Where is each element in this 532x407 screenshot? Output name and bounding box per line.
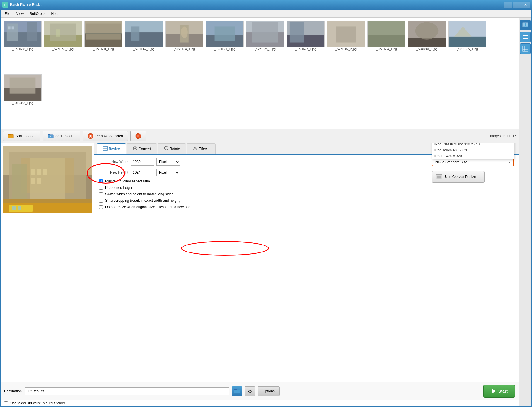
- new-height-row: New Height Pixel Percent: [99, 169, 426, 176]
- menu-softorbits[interactable]: SoftOrbits: [27, 11, 48, 16]
- svg-rect-44: [8, 134, 13, 138]
- remove-selected-button[interactable]: Remove Selected: [83, 131, 128, 141]
- use-folder-structure-label[interactable]: Use folder structure in output folder: [10, 401, 65, 405]
- svg-rect-79: [234, 389, 237, 390]
- menu-file[interactable]: File: [2, 11, 13, 16]
- standard-size-selected[interactable]: Pick a Standard Size ▼: [432, 158, 514, 166]
- gear-icon: ⚙: [248, 389, 252, 394]
- list-item[interactable]: _5271675_1.jpg: [245, 20, 285, 73]
- new-height-input[interactable]: [131, 169, 154, 176]
- dropdown-list-scroll[interactable]: [Screen Size] - 1920x1080 Keep original …: [432, 143, 514, 159]
- tab-panel: Resize Convert Rotate: [94, 143, 519, 382]
- switch-wh-checkbox[interactable]: [99, 192, 103, 196]
- svg-rect-12: [86, 24, 121, 40]
- list-item[interactable]: _5271664_1.jpg: [165, 20, 204, 73]
- smart-crop-checkbox[interactable]: [99, 199, 103, 203]
- tab-resize[interactable]: Resize: [97, 143, 126, 154]
- thumbnail-label: _5271660_1.jpg: [93, 48, 114, 51]
- destination-input[interactable]: [25, 387, 229, 395]
- svg-rect-64: [37, 178, 41, 184]
- list-item[interactable]: _5271660_1.jpg: [84, 20, 123, 73]
- thumbnail-label: _5271662_1.jpg: [133, 48, 154, 51]
- folder-icon: [234, 389, 240, 394]
- predefined-height-checkbox[interactable]: [99, 186, 103, 190]
- add-files-label: Add File(s)...: [16, 134, 35, 138]
- canvas-resize-section: Use Canvas Resize: [432, 171, 514, 183]
- sidebar-gallery-button[interactable]: [520, 20, 531, 30]
- thumbnail-image: [165, 21, 203, 47]
- dropdown-item-12[interactable]: iPod Classic/Nano 320 x 240: [432, 143, 514, 147]
- thumbnail-image: [44, 21, 82, 47]
- svg-rect-43: [10, 77, 36, 93]
- sidebar-detail-button[interactable]: [520, 43, 531, 54]
- use-folder-structure-checkbox[interactable]: [4, 401, 8, 405]
- menu-help[interactable]: Help: [48, 11, 62, 16]
- browse-button[interactable]: [232, 386, 242, 396]
- switch-wh-row: Switch width and height to match long si…: [99, 192, 426, 196]
- gallery-icon: [522, 22, 528, 28]
- detail-icon: [522, 46, 528, 52]
- list-item[interactable]: _5302383_1.jpg: [3, 74, 42, 127]
- height-unit-select[interactable]: Pixel Percent: [156, 169, 180, 176]
- rotate-icon: [164, 146, 168, 152]
- list-item[interactable]: _5271662_1.jpg: [124, 20, 163, 73]
- smart-crop-label[interactable]: Smart cropping (result in exact width an…: [105, 199, 180, 203]
- dropdown-item-14[interactable]: iPhone 480 x 320: [432, 153, 514, 159]
- resize-left-panel: New Width Pixel Percent New Height: [99, 158, 426, 211]
- list-item[interactable]: _5271684_1.jpg: [367, 20, 406, 73]
- svg-rect-16: [131, 26, 140, 41]
- list-item[interactable]: _5271658_1.jpg: [3, 20, 42, 73]
- thumbnail-label: _5281885_1.jpg: [457, 48, 478, 51]
- destination-bar: Destination ⚙ Options Start: [1, 382, 519, 400]
- add-files-button[interactable]: Add File(s)...: [3, 131, 40, 141]
- bottom-panel: Resize Convert Rotate: [1, 143, 519, 382]
- list-item[interactable]: _5271671_1.jpg: [205, 20, 244, 73]
- tab-rotate[interactable]: Rotate: [158, 143, 186, 154]
- predefined-height-label[interactable]: Predefined height: [105, 186, 133, 190]
- add-folder-label: Add Folder...: [55, 134, 75, 138]
- maintain-aspect-checkbox[interactable]: [99, 179, 103, 183]
- canvas-resize-button[interactable]: Use Canvas Resize: [432, 171, 485, 183]
- minimize-button[interactable]: ─: [504, 2, 512, 8]
- no-resize-checkbox[interactable]: [99, 205, 103, 209]
- options-button[interactable]: Options: [258, 386, 279, 396]
- thumbnail-image: [448, 21, 486, 47]
- list-item[interactable]: _5271659_1.jpg: [43, 20, 83, 73]
- list-item[interactable]: _5271682_2.jpg: [326, 20, 366, 73]
- switch-wh-label[interactable]: Switch width and height to match long si…: [105, 192, 173, 196]
- list-item[interactable]: _5281881_1.jpg: [407, 20, 446, 73]
- maximize-button[interactable]: □: [513, 2, 521, 8]
- svg-rect-31: [336, 26, 356, 42]
- new-height-label: New Height: [99, 170, 128, 174]
- close-button[interactable]: ✕: [521, 2, 530, 8]
- add-folder-button[interactable]: + Add Folder...: [43, 131, 80, 141]
- svg-rect-78: [234, 390, 240, 393]
- sidebar-list-button[interactable]: [520, 32, 531, 42]
- folder-structure-row: Use folder structure in output folder: [1, 400, 519, 406]
- predefined-height-row: Predefined height: [99, 186, 426, 190]
- gallery-area: _5271658_1.jpg _5271659_1.jpg _5271660_1…: [1, 18, 519, 406]
- maintain-aspect-label[interactable]: Maintain original aspect ratio: [105, 179, 150, 183]
- list-item[interactable]: _5281885_1.jpg: [448, 20, 487, 73]
- list-item[interactable]: _5271677_1.jpg: [286, 20, 325, 73]
- new-width-input[interactable]: [131, 158, 154, 166]
- svg-rect-26: [252, 22, 278, 43]
- svg-rect-8: [50, 24, 76, 41]
- menu-view[interactable]: View: [13, 11, 27, 16]
- clear-button[interactable]: [130, 131, 146, 141]
- tab-effects-label: Effects: [199, 147, 209, 151]
- tab-convert[interactable]: Convert: [127, 143, 157, 154]
- gear-button[interactable]: ⚙: [245, 386, 255, 396]
- standard-size-dropdown-list: Pick a Standard Size ▲ [Screen Size] - 1…: [432, 143, 514, 159]
- tab-effects[interactable]: Effects: [187, 143, 215, 154]
- remove-selected-icon: [88, 133, 93, 139]
- preview-panel: [1, 143, 94, 382]
- thumbnail-label: _5271682_2.jpg: [335, 48, 357, 51]
- no-resize-label[interactable]: Do not resize when original size is less…: [105, 205, 191, 209]
- start-button[interactable]: Start: [483, 385, 515, 398]
- svg-marker-74: [168, 146, 168, 147]
- dropdown-item-13[interactable]: iPod Touch 480 x 320: [432, 147, 514, 153]
- standard-size-value: Pick a Standard Size: [435, 160, 467, 164]
- width-unit-select[interactable]: Pixel Percent: [156, 158, 180, 166]
- svg-rect-68: [12, 206, 16, 210]
